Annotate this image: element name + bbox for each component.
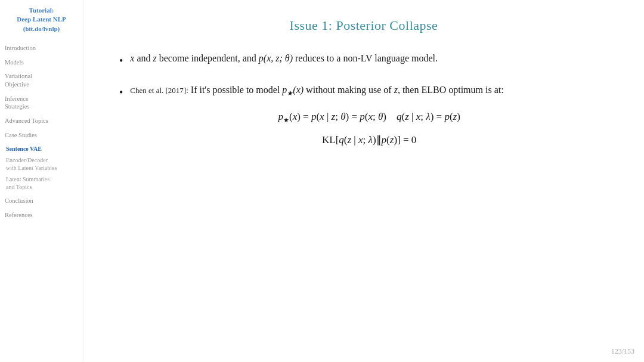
math-z2: z [394,85,398,95]
sidebar-title: Tutorial: Deep Latent NLP (bit.do/lvnlp) [5,6,78,33]
sidebar-item-case-studies[interactable]: Case Studies [5,131,78,140]
sidebar-item-sentence-vae[interactable]: Sentence VAE [5,145,78,153]
slide-title: Issue 1: Posterior Collapse [119,18,608,33]
sidebar-item-inference[interactable]: InferenceStrategies [5,95,78,111]
bullet-1: • x and z become independent, and p(x, z… [119,51,608,70]
bullet-dot-2: • [119,84,123,101]
sidebar-item-models[interactable]: Models [5,58,78,67]
math-pstar-x: p★(x) [282,85,304,95]
math-display-1: p★(x) = p(x | z; θ) = p(x; θ) q(z | x; λ… [130,109,608,125]
sidebar-item-introduction[interactable]: Introduction [5,44,78,52]
sidebar-item-latent-summaries[interactable]: Latent Summariesand Topics [5,175,78,191]
math-display-2: KL[q(z | x; λ)∥p(z)] = 0 [130,132,608,148]
citation: Chen et al. [2017]: [130,86,188,95]
sidebar-item-conclusion[interactable]: Conclusion [5,197,78,205]
math-z: z [153,53,157,63]
main-content: Issue 1: Posterior Collapse • x and z be… [83,0,644,362]
math-x: x [130,53,134,63]
bullet-2-text: Chen et al. [2017]: If it's possible to … [130,83,608,153]
sidebar-item-variational[interactable]: VariationalObjective [5,72,78,88]
math-pxzt: p(x, z; θ) [259,53,293,63]
sidebar-item-encoder-decoder[interactable]: Encoder/Decoderwith Latent Variables [5,156,78,172]
sidebar-item-advanced[interactable]: Advanced Topics [5,117,78,125]
sidebar: Tutorial: Deep Latent NLP (bit.do/lvnlp)… [0,0,83,362]
page-number: 123/153 [611,347,634,356]
bullet-dot-1: • [119,52,123,70]
bullet-2: • Chen et al. [2017]: If it's possible t… [119,83,608,153]
content-area: • x and z become independent, and p(x, z… [119,51,608,153]
sidebar-item-references[interactable]: References [5,211,78,219]
bullet-1-text: x and z become independent, and p(x, z; … [130,51,608,66]
